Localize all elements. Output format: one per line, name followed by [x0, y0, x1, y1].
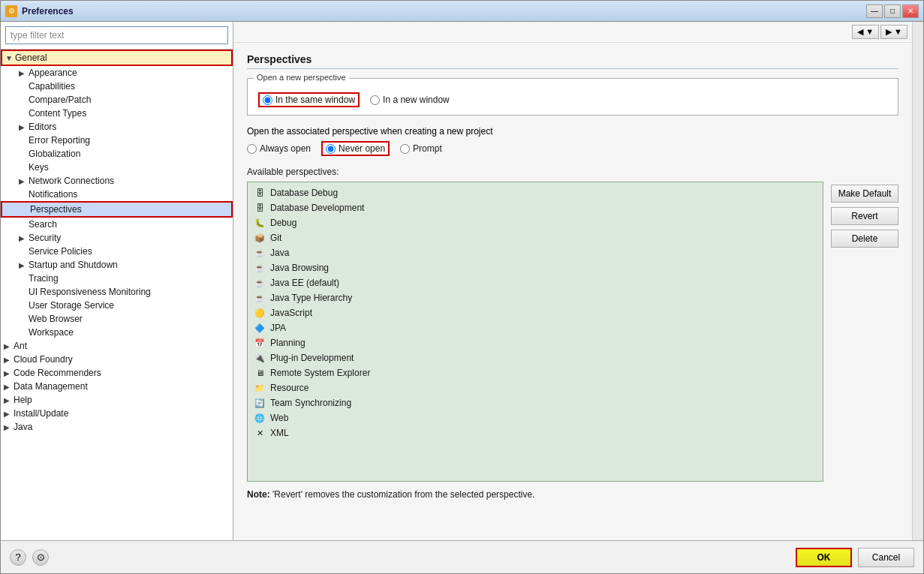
tree-item-label: Workspace — [19, 327, 74, 338]
radio-prompt-label: Prompt — [413, 143, 442, 154]
list-item-label: Git — [270, 233, 281, 243]
ok-button[interactable]: OK — [796, 548, 852, 567]
defaults-icon[interactable]: ⊙ — [32, 549, 49, 566]
radio-never-input[interactable] — [326, 144, 336, 154]
radio-always-open[interactable]: Always open — [247, 143, 311, 154]
tree-item-editors[interactable]: ▶ Editors — [1, 120, 233, 134]
list-item[interactable]: ☕ Java Browsing — [251, 260, 820, 275]
cancel-button[interactable]: Cancel — [858, 548, 914, 567]
tree-item-user-storage[interactable]: User Storage Service — [1, 299, 233, 312]
tree-item-label: Ant — [14, 341, 27, 351]
list-item[interactable]: 🔷 JPA — [251, 320, 820, 335]
list-item[interactable]: 🗄 Database Debug — [251, 185, 820, 200]
plugin-dev-icon: 🔌 — [254, 352, 266, 364]
tree-item-label: Security — [29, 233, 61, 243]
radio-never-open[interactable]: Never open — [321, 141, 390, 156]
list-item[interactable]: 🔄 Team Synchronizing — [251, 395, 820, 410]
tree-item-help[interactable]: ▶ Help — [1, 393, 233, 407]
tree-item-data-management[interactable]: ▶ Data Management — [1, 380, 233, 393]
radio-same-window-input[interactable] — [263, 95, 272, 105]
java-icon: ☕ — [254, 247, 266, 259]
list-item-label: Java Browsing — [270, 263, 329, 273]
planning-icon: 📅 — [254, 337, 266, 349]
tree-item-network[interactable]: ▶ Network Connections — [1, 174, 233, 188]
expand-arrow: ▼ — [5, 54, 13, 62]
db-dev-icon: 🗄 — [254, 202, 266, 214]
tree-item-workspace[interactable]: Workspace — [1, 326, 233, 339]
search-input[interactable] — [5, 26, 228, 44]
tree-item-notifications[interactable]: Notifications — [1, 188, 233, 201]
radio-prompt-input[interactable] — [400, 144, 410, 154]
tree-item-cloud-foundry[interactable]: ▶ Cloud Foundry — [1, 353, 233, 366]
list-item-label: JPA — [270, 323, 286, 333]
note-text: Note: 'Revert' removes the customization… — [247, 489, 898, 500]
list-item[interactable]: 🐛 Debug — [251, 215, 820, 230]
tree-item-startup[interactable]: ▶ Startup and Shutdown — [1, 258, 233, 272]
tree-item-label: Web Browser — [19, 314, 83, 324]
tree-item-ant[interactable]: ▶ Ant — [1, 339, 233, 353]
title-bar: ⚙ Preferences — □ ✕ — [1, 1, 923, 22]
delete-button[interactable]: Delete — [831, 230, 898, 248]
list-item[interactable]: 🌐 Web — [251, 410, 820, 425]
tree-item-compare-patch[interactable]: Compare/Patch — [1, 93, 233, 107]
tree-item-service-policies[interactable]: Service Policies — [1, 245, 233, 258]
close-button[interactable]: ✕ — [902, 5, 919, 18]
list-item[interactable]: 🔌 Plug-in Development — [251, 350, 820, 365]
tree-item-search[interactable]: Search — [1, 218, 233, 231]
radio-new-window-input[interactable] — [370, 95, 380, 105]
list-item[interactable]: 🗄 Database Development — [251, 200, 820, 215]
make-default-button[interactable]: Make Default — [831, 185, 898, 203]
tree-item-java[interactable]: ▶ Java — [1, 420, 233, 434]
tree-item-keys[interactable]: Keys — [1, 161, 233, 174]
tree-item-web-browser[interactable]: Web Browser — [1, 312, 233, 326]
minimize-button[interactable]: — — [866, 5, 883, 18]
right-scrollbar[interactable] — [912, 22, 923, 540]
radio-same-window[interactable]: In the same window — [258, 92, 360, 107]
right-content: Perspectives Open a new perspective In t… — [233, 43, 912, 540]
tree-item-label: Help — [14, 395, 32, 405]
list-item-label: Plug-in Development — [270, 353, 354, 363]
tree-item-install-update[interactable]: ▶ Install/Update — [1, 407, 233, 420]
tree-item-security[interactable]: ▶ Security — [1, 231, 233, 245]
list-item[interactable]: ☕ Java EE (default) — [251, 275, 820, 290]
tree-item-tracing[interactable]: Tracing — [1, 272, 233, 285]
radio-new-window[interactable]: In a new window — [370, 95, 450, 105]
tree-item-error-reporting[interactable]: Error Reporting — [1, 134, 233, 147]
list-item[interactable]: 📦 Git — [251, 230, 820, 245]
list-item[interactable]: ☕ Java — [251, 245, 820, 260]
list-item-label: Web — [270, 413, 288, 423]
list-item[interactable]: ☕ Java Type Hierarchy — [251, 290, 820, 305]
tree-item-label: Search — [19, 219, 57, 230]
help-icon-symbol: ? — [15, 551, 20, 563]
tree-item-content-types[interactable]: Content Types — [1, 107, 233, 120]
available-section: Available perspectives: 🗄 Database Debug… — [247, 167, 898, 500]
tree-item-perspectives[interactable]: Perspectives — [1, 201, 233, 218]
tree-item-code-recommenders[interactable]: ▶ Code Recommenders — [1, 366, 233, 380]
section-title: Perspectives — [247, 53, 898, 69]
help-icon[interactable]: ? — [10, 549, 26, 566]
revert-button[interactable]: Revert — [831, 207, 898, 225]
team-sync-icon: 🔄 — [254, 397, 266, 409]
tree-item-globalization[interactable]: Globalization — [1, 147, 233, 161]
list-item[interactable]: 📅 Planning — [251, 335, 820, 350]
tree-item-capabilities[interactable]: Capabilities — [1, 80, 233, 93]
list-item[interactable]: 🟡 JavaScript — [251, 305, 820, 320]
expand-arrow: ▶ — [19, 234, 26, 242]
back-button[interactable]: ◀ ▼ — [852, 25, 879, 39]
radio-prompt[interactable]: Prompt — [400, 143, 442, 154]
resource-icon: 📁 — [254, 382, 266, 394]
forward-button[interactable]: ▶ ▼ — [880, 25, 907, 39]
tree-item-label: Install/Update — [14, 408, 68, 419]
tree-item-appearance[interactable]: ▶ Appearance — [1, 66, 233, 80]
expand-arrow: ▶ — [4, 383, 11, 391]
list-item[interactable]: 🖥 Remote System Explorer — [251, 365, 820, 380]
list-item[interactable]: 📁 Resource — [251, 380, 820, 395]
tree-item-ui-responsiveness[interactable]: UI Responsiveness Monitoring — [1, 285, 233, 299]
tree-item-general[interactable]: ▼ General — [1, 50, 233, 66]
radio-always-input[interactable] — [247, 144, 257, 154]
javascript-icon: 🟡 — [254, 307, 266, 319]
group-associated: Open the associated perspective when cre… — [247, 126, 898, 156]
maximize-button[interactable]: □ — [884, 5, 901, 18]
defaults-icon-symbol: ⊙ — [37, 551, 45, 563]
list-item[interactable]: ✕ XML — [251, 425, 820, 440]
